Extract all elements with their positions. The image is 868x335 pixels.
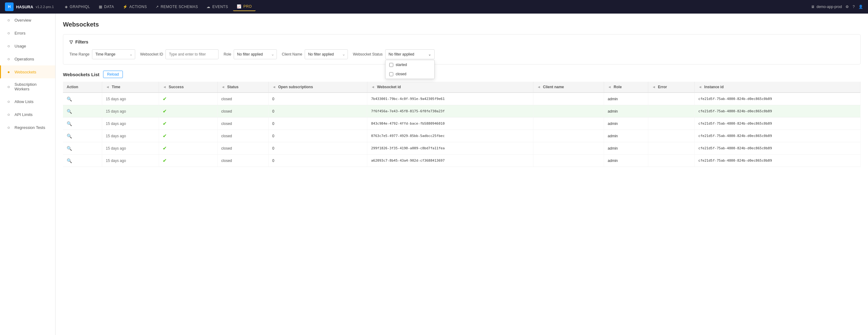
search-icon[interactable]: 🔍 <box>67 97 72 101</box>
top-nav: H HASURA v1.2.2-pro.1 ◈ GRAPHIQL ▦ DATA … <box>0 0 868 13</box>
instance-id-sort-icon: ◄ <box>698 85 702 89</box>
col-role[interactable]: ◄ Role <box>604 82 648 93</box>
col-error[interactable]: ◄ Error <box>648 82 694 93</box>
sidebar-item-allow-lists[interactable]: ○ Allow Lists <box>0 95 55 108</box>
operations-icon: ○ <box>6 56 11 62</box>
chevron-down-icon: ⌄ <box>428 52 431 57</box>
layout: ○ Overview ○ Errors ○ Usage ○ Operations… <box>0 13 868 335</box>
nav-graphiql[interactable]: ◈ GRAPHIQL <box>61 3 94 11</box>
status-sort-icon: ◄ <box>221 85 225 89</box>
sidebar-item-subscription-workers[interactable]: ○ Subscription Workers <box>0 78 55 95</box>
time-range-select-wrapper: Time Range <box>92 49 135 59</box>
websockets-icon: ● <box>6 69 11 75</box>
nav-remote-schemas[interactable]: ↗ REMOTE SCHEMAS <box>152 3 202 11</box>
col-time[interactable]: ◄ Time <box>102 82 159 93</box>
client-name-cell <box>533 118 604 130</box>
websockets-table: Action ◄ Time ◄ Success ◄ Status <box>63 82 861 167</box>
success-cell: ✔ <box>159 130 218 142</box>
sidebar-item-operations[interactable]: ○ Operations <box>0 53 55 65</box>
sidebar-item-websockets[interactable]: ● Websockets <box>0 65 55 78</box>
pro-icon: 📈 <box>237 4 242 9</box>
col-status[interactable]: ◄ Status <box>217 82 268 93</box>
table-row: 🔍 15 days ago ✔ closed 0 7b433001-79bc-4… <box>63 93 861 105</box>
table-row: 🔍 15 days ago ✔ closed 0 0763c7e5-4977-4… <box>63 130 861 142</box>
sidebar-item-usage[interactable]: ○ Usage <box>0 39 55 53</box>
instance-id-cell: cfe21d5f-75ab-4800-824b-d0ec865c0b89 <box>694 105 861 118</box>
table-header-row: Action ◄ Time ◄ Success ◄ Status <box>63 82 861 93</box>
websocket-id-cell: a62093c7-8b45-43a4-902d-cf3688413697 <box>367 155 533 167</box>
status-option-started[interactable]: started <box>385 60 434 69</box>
filters-row: Time Range Time Range Websocket ID Role <box>69 49 854 59</box>
action-cell: 🔍 <box>63 130 102 142</box>
success-checkmark: ✔ <box>163 121 167 126</box>
client-name-select[interactable]: No filter applied <box>305 49 348 59</box>
col-instance-id[interactable]: ◄ Instance id <box>694 82 861 93</box>
col-websocket-id[interactable]: ◄ Websocket id <box>367 82 533 93</box>
ws-id-sort-icon: ◄ <box>371 85 375 89</box>
nav-pro[interactable]: 📈 PRO <box>233 2 256 11</box>
websocket-id-label: Websocket ID <box>140 52 163 57</box>
role-cell: admin <box>604 130 648 142</box>
success-checkmark: ✔ <box>163 145 167 151</box>
status-closed-checkbox[interactable] <box>389 72 393 76</box>
websocket-id-cell: 299f1826-3f35-4190-a009-c8bd7fa11fea <box>367 142 533 155</box>
sidebar-item-errors[interactable]: ○ Errors <box>0 27 55 39</box>
status-cell: closed <box>217 105 268 118</box>
col-success[interactable]: ◄ Success <box>159 82 218 93</box>
websocket-id-input[interactable] <box>165 49 219 59</box>
nav-events[interactable]: ☁ EVENTS <box>203 3 232 11</box>
reload-button[interactable]: Reload <box>103 71 123 78</box>
col-open-subscriptions[interactable]: ◄ Open subscriptions <box>268 82 367 93</box>
table-header: Websockets List Reload <box>63 71 861 78</box>
table-section: Websockets List Reload Action ◄ Time <box>63 71 861 167</box>
top-nav-items: ◈ GRAPHIQL ▦ DATA ⚡ ACTIONS ↗ REMOTE SCH… <box>61 2 811 11</box>
search-icon[interactable]: 🔍 <box>67 146 72 151</box>
help-icon[interactable]: ? <box>852 5 855 9</box>
filter-icon: ▽ <box>69 39 73 44</box>
role-cell: admin <box>604 155 648 167</box>
allow-lists-icon: ○ <box>6 99 11 104</box>
client-name-sort-icon: ◄ <box>537 85 541 89</box>
search-icon[interactable]: 🔍 <box>67 109 72 114</box>
search-icon[interactable]: 🔍 <box>67 134 72 138</box>
sidebar-item-regression-tests[interactable]: ○ Regression Tests <box>0 121 55 134</box>
sidebar: ○ Overview ○ Errors ○ Usage ○ Operations… <box>0 13 56 335</box>
status-started-checkbox[interactable] <box>389 63 393 67</box>
error-cell <box>648 105 694 118</box>
websocket-status-button[interactable]: No filter applied ⌄ <box>385 49 435 59</box>
user-icon[interactable]: 👤 <box>859 5 863 9</box>
main-content: Websockets ▽ Filters Time Range Time Ran… <box>56 13 868 335</box>
remote-schemas-icon: ↗ <box>156 5 159 9</box>
time-cell: 15 days ago <box>102 93 159 105</box>
col-client-name[interactable]: ◄ Client name <box>533 82 604 93</box>
status-option-closed[interactable]: closed <box>385 69 434 79</box>
time-range-select[interactable]: Time Range <box>92 49 135 59</box>
open-subs-cell: 0 <box>268 130 367 142</box>
sidebar-item-api-limits[interactable]: ○ API Limits <box>0 108 55 121</box>
nav-actions[interactable]: ⚡ ACTIONS <box>119 3 151 11</box>
instance-id-cell: cfe21d5f-75ab-4800-824b-d0ec865c0b89 <box>694 130 861 142</box>
sidebar-item-overview[interactable]: ○ Overview <box>0 13 55 27</box>
websocket-id-cell: 7f6f456a-7e43-45f8-8175-6f0fe730a23f <box>367 105 533 118</box>
role-select[interactable]: No filter applied <box>234 49 277 59</box>
overview-icon: ○ <box>6 17 11 23</box>
role-select-wrapper: No filter applied <box>234 49 277 59</box>
instance-id-cell: cfe21d5f-75ab-4800-824b-d0ec865c0b89 <box>694 93 861 105</box>
success-checkmark: ✔ <box>163 133 167 138</box>
status-cell: closed <box>217 142 268 155</box>
settings-icon[interactable]: ⚙ <box>845 5 849 9</box>
brand-version: v1.2.2-pro.1 <box>36 5 54 9</box>
search-icon[interactable]: 🔍 <box>67 121 72 126</box>
open-subs-cell: 0 <box>268 155 367 167</box>
regression-tests-icon: ○ <box>6 125 11 130</box>
filters-section: ▽ Filters Time Range Time Range Websocke… <box>63 34 861 64</box>
table-head: Action ◄ Time ◄ Success ◄ Status <box>63 82 861 93</box>
nav-data[interactable]: ▦ DATA <box>95 3 118 11</box>
time-cell: 15 days ago <box>102 142 159 155</box>
success-checkmark: ✔ <box>163 109 167 114</box>
search-icon[interactable]: 🔍 <box>67 158 72 163</box>
col-action: Action <box>63 82 102 93</box>
role-cell: admin <box>604 105 648 118</box>
client-name-cell <box>533 105 604 118</box>
table-row: 🔍 15 days ago ✔ closed 0 843c984e-4792-4… <box>63 118 861 130</box>
